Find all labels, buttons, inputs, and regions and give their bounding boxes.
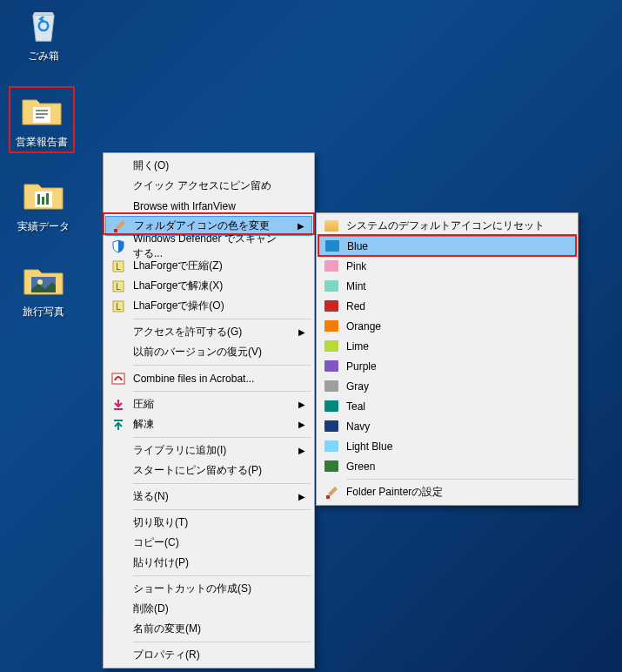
svg-rect-7 xyxy=(46,193,49,205)
menu-item-label: Lime xyxy=(346,340,369,353)
menu-item[interactable]: 貼り付け(P) xyxy=(105,553,312,573)
svg-rect-18 xyxy=(114,408,123,410)
submenu-arrow-icon: ▶ xyxy=(298,420,305,429)
menu-item[interactable]: 圧縮▶ xyxy=(105,394,312,414)
menu-item-label: Teal xyxy=(346,400,365,413)
menu-separator xyxy=(133,391,311,392)
menu-item[interactable]: ライブラリに追加(I)▶ xyxy=(105,440,312,460)
context-menu-color-submenu: システムのデフォルトアイコンにリセットBluePinkMintRedOrange… xyxy=(316,212,579,506)
color-swatch-icon xyxy=(324,319,339,334)
menu-item[interactable]: Purple xyxy=(318,356,576,376)
color-swatch-icon xyxy=(324,218,339,234)
menu-item[interactable]: Gray xyxy=(318,376,576,396)
menu-item-label: Red xyxy=(346,300,365,312)
desktop-icon-folder[interactable]: 実績データ xyxy=(10,174,77,234)
desktop-icon-folder[interactable]: 旅行写真 xyxy=(10,259,77,319)
color-swatch-icon xyxy=(324,359,339,374)
desktop-icon-label: ごみ箱 xyxy=(28,49,59,64)
menu-item[interactable]: Teal xyxy=(318,396,576,416)
menu-item[interactable]: ショートカットの作成(S) xyxy=(105,579,312,599)
menu-item[interactable]: 切り取り(T) xyxy=(105,513,312,533)
menu-item-label: LhaForgeで圧縮(Z) xyxy=(133,259,223,273)
menu-item[interactable]: Red xyxy=(318,296,576,316)
menu-item[interactable]: Navy xyxy=(318,416,576,436)
color-swatch-icon xyxy=(324,439,339,454)
menu-item-label: 解凍 xyxy=(133,417,154,432)
desktop-icon-recycle-bin[interactable]: ごみ箱 xyxy=(10,3,77,64)
menu-item[interactable]: スタートにピン留めする(P) xyxy=(105,460,312,480)
menu-item-label: 貼り付け(P) xyxy=(133,555,189,570)
menu-item-label: Orange xyxy=(346,320,381,333)
menu-item[interactable]: LLhaForgeで操作(O) xyxy=(105,296,312,316)
blank-icon xyxy=(110,158,126,174)
color-swatch-icon xyxy=(324,279,339,294)
menu-item[interactable]: 解凍▶ xyxy=(105,414,312,434)
blank-icon xyxy=(110,601,126,617)
menu-item-label: Navy xyxy=(346,420,370,433)
blank-icon xyxy=(110,178,126,194)
menu-item-label: Pink xyxy=(346,260,366,272)
menu-item[interactable]: 削除(D) xyxy=(105,599,312,619)
acrobat-icon xyxy=(110,371,126,386)
menu-item[interactable]: Orange xyxy=(318,316,576,336)
menu-item-label: 圧縮 xyxy=(133,397,154,412)
menu-separator xyxy=(133,483,311,484)
folder-icon xyxy=(21,90,63,131)
context-menu-main: 開く(O)クイック アクセスにピン留めBrowse with IrfanView… xyxy=(103,152,315,669)
desktop-icon-folder-selected[interactable]: 営業報告書 xyxy=(9,86,75,153)
svg-rect-5 xyxy=(37,194,40,205)
desktop-icon-label: 旅行写真 xyxy=(23,305,64,319)
menu-item[interactable]: 開く(O) xyxy=(105,156,312,176)
menu-item[interactable]: プロパティ(R) xyxy=(105,645,312,665)
svg-rect-6 xyxy=(42,197,44,205)
svg-text:L: L xyxy=(116,262,121,272)
lha-o-icon: L xyxy=(110,299,126,314)
menu-item[interactable]: 名前の変更(M) xyxy=(105,619,312,639)
svg-rect-2 xyxy=(36,113,48,115)
menu-item[interactable]: クイック アクセスにピン留め xyxy=(105,176,312,196)
svg-rect-3 xyxy=(36,117,44,118)
menu-item-label: 削除(D) xyxy=(133,601,169,616)
menu-item[interactable]: Light Blue xyxy=(318,436,576,456)
menu-item[interactable]: Combine files in Acrobat... xyxy=(105,368,312,388)
color-swatch-icon xyxy=(324,259,339,274)
menu-item[interactable]: Windows Defender でスキャンする... xyxy=(105,236,312,256)
menu-item-label: Browse with IrfanView xyxy=(133,200,236,212)
svg-text:L: L xyxy=(116,282,121,292)
menu-item[interactable]: Lime xyxy=(318,336,576,356)
menu-item-label: ショートカットの作成(S) xyxy=(133,581,251,596)
menu-item[interactable]: コピー(C) xyxy=(105,533,312,553)
blank-icon xyxy=(110,325,126,340)
color-swatch-icon xyxy=(324,459,339,474)
menu-item[interactable]: LLhaForgeで圧縮(Z) xyxy=(105,256,312,276)
menu-item[interactable]: 送る(N)▶ xyxy=(105,487,312,507)
menu-item[interactable]: Blue xyxy=(318,236,576,256)
folder-icon xyxy=(23,174,64,216)
menu-item-label: Mint xyxy=(346,280,366,292)
menu-item-label: スタートにピン留めする(P) xyxy=(133,463,262,478)
menu-item-label: 送る(N) xyxy=(133,489,169,504)
menu-item[interactable]: Green xyxy=(318,456,576,476)
menu-item[interactable]: Browse with IrfanView xyxy=(105,196,312,216)
menu-item-label: Purple xyxy=(346,360,377,373)
menu-item-label: Folder Painterの設定 xyxy=(346,485,443,500)
blank-icon xyxy=(110,555,126,571)
color-swatch-icon xyxy=(324,299,339,314)
folder-icon xyxy=(23,259,64,301)
menu-item[interactable]: システムのデフォルトアイコンにリセット xyxy=(318,216,576,236)
menu-item[interactable]: 以前のバージョンの復元(V) xyxy=(105,342,312,362)
menu-item[interactable]: Folder Painterの設定 xyxy=(318,482,576,502)
menu-item[interactable]: Pink xyxy=(318,256,576,276)
menu-item[interactable]: LLhaForgeで解凍(X) xyxy=(105,276,312,296)
color-swatch-icon xyxy=(324,379,339,394)
svg-rect-17 xyxy=(112,373,124,384)
svg-rect-10 xyxy=(114,229,117,232)
blank-icon xyxy=(110,515,126,531)
menu-item[interactable]: Mint xyxy=(318,276,576,296)
menu-item[interactable]: アクセスを許可する(G)▶ xyxy=(105,322,312,342)
menu-item-label: LhaForgeで操作(O) xyxy=(133,299,224,313)
submenu-arrow-icon: ▶ xyxy=(298,400,305,409)
color-swatch-icon xyxy=(324,399,339,414)
blank-icon xyxy=(110,648,126,663)
menu-item-label: 開く(O) xyxy=(133,158,169,173)
